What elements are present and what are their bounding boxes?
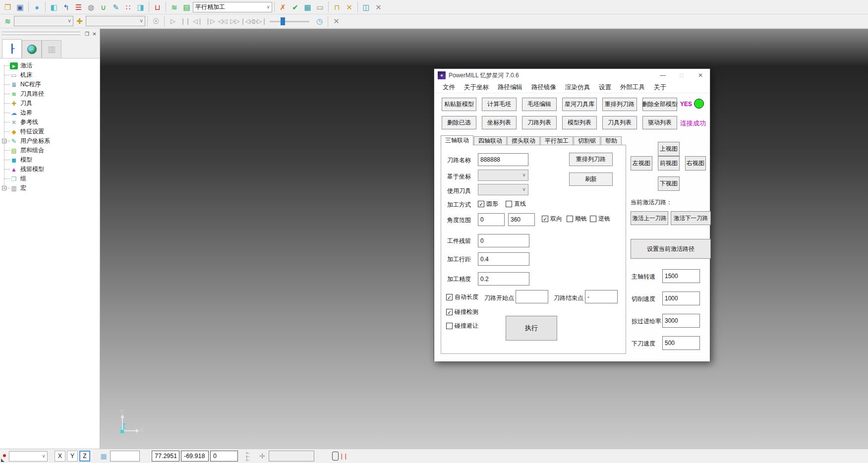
calc-block-button[interactable]: 计算毛坯 bbox=[482, 98, 517, 111]
step-forward-icon[interactable]: ❘▷ bbox=[204, 15, 216, 27]
menu-external-tools[interactable]: 外部工具 bbox=[616, 82, 649, 93]
menu-about-coords[interactable]: 关于坐标 bbox=[460, 82, 493, 93]
checkbox-box[interactable]: ✓ bbox=[542, 216, 548, 222]
panel-close-icon[interactable]: ✕ bbox=[91, 30, 98, 37]
web-tab[interactable] bbox=[22, 40, 42, 58]
bulb-icon[interactable]: ☉ bbox=[150, 15, 162, 27]
minimize-icon[interactable]: — bbox=[653, 69, 672, 82]
panel-grip[interactable] bbox=[1, 32, 80, 36]
menu-about[interactable]: 关于 bbox=[649, 82, 671, 93]
based-coord-combobox[interactable]: ˅ bbox=[478, 170, 528, 181]
block-edit-button[interactable]: 毛坯编辑 bbox=[522, 98, 557, 111]
tree-item-models[interactable]: ◼ 模型 bbox=[3, 155, 100, 165]
model-list-button[interactable]: 模型列表 bbox=[562, 116, 597, 129]
transform-icon[interactable]: ✕ bbox=[343, 1, 355, 13]
points-icon[interactable]: ∷ bbox=[122, 1, 134, 13]
plunge-rate-input[interactable] bbox=[662, 336, 700, 350]
checkbox-box[interactable] bbox=[567, 216, 573, 222]
close-icon[interactable]: ✕ bbox=[691, 69, 710, 82]
axis-z-button[interactable]: Z bbox=[79, 451, 90, 462]
tolerance-input[interactable] bbox=[478, 272, 529, 286]
ball-tool-icon[interactable]: ◍ bbox=[85, 1, 97, 13]
sim-toolpath-combobox[interactable]: ˅ bbox=[14, 16, 73, 26]
checkbox-box[interactable]: ✓ bbox=[478, 201, 484, 207]
close-toolbar-icon[interactable]: ✕ bbox=[330, 15, 343, 27]
coord-list-button[interactable]: 坐标列表 bbox=[482, 116, 517, 129]
axis-y-button[interactable]: Y bbox=[67, 451, 78, 462]
checkbox-box[interactable]: ✓ bbox=[446, 294, 453, 300]
circle-checkbox[interactable]: ✓ 圆形 bbox=[478, 200, 498, 208]
line-checkbox[interactable]: 直线 bbox=[506, 200, 526, 208]
boundary-u-icon[interactable]: ∪ bbox=[97, 1, 110, 13]
stock-models-icon[interactable]: ◫ bbox=[360, 1, 372, 13]
delete-selected-button[interactable]: 删除已选 bbox=[442, 116, 476, 129]
spindle-speed-input[interactable] bbox=[662, 269, 700, 283]
right-view-button[interactable]: 右视图 bbox=[685, 156, 706, 171]
panel-restore-icon[interactable]: ❐ bbox=[83, 30, 91, 37]
menu-settings[interactable]: 设置 bbox=[594, 82, 616, 93]
tab-3axis[interactable]: 三轴联动 bbox=[441, 135, 473, 145]
shaded-view-icon[interactable]: ● bbox=[31, 1, 43, 13]
slider-thumb[interactable] bbox=[281, 17, 285, 25]
coord-x-field[interactable] bbox=[152, 451, 179, 462]
tree-item-stock-models[interactable]: ▲ 残留模型 bbox=[3, 165, 100, 174]
left-view-button[interactable]: 左视图 bbox=[631, 156, 652, 171]
tree-item-toolpaths[interactable]: ≋ 刀具路径 bbox=[3, 89, 100, 99]
open-project-icon[interactable]: ❐ bbox=[1, 1, 14, 13]
climb-checkbox[interactable]: 顺铣 bbox=[567, 215, 587, 223]
save-project-icon[interactable]: ▣ bbox=[14, 1, 26, 13]
play-icon[interactable]: ▷ bbox=[167, 15, 179, 27]
coord-y-field[interactable] bbox=[181, 451, 209, 462]
tree-item-groups[interactable]: ❒ 组 bbox=[3, 174, 100, 183]
tool-library-button[interactable]: 星河刀具库 bbox=[562, 98, 597, 111]
maximize-icon[interactable]: □ bbox=[672, 69, 691, 82]
menu-path-edit[interactable]: 路径编辑 bbox=[493, 82, 527, 93]
use-tool-combobox[interactable]: ˅ bbox=[478, 184, 528, 195]
rearrange-button[interactable]: 重排列刀路 bbox=[569, 153, 613, 166]
ruler-icon[interactable]: ▭ bbox=[314, 1, 326, 13]
rewind-icon[interactable]: ◁◁ bbox=[216, 15, 229, 27]
angle-to-input[interactable] bbox=[508, 213, 535, 226]
top-view-button[interactable]: 上视图 bbox=[658, 142, 680, 156]
tab-4axis[interactable]: 四轴联动 bbox=[474, 136, 507, 145]
checkbox-box[interactable] bbox=[506, 201, 512, 207]
tree-item-macros[interactable]: + ▥ 宏 bbox=[3, 183, 100, 193]
bottom-view-button[interactable]: 下视图 bbox=[658, 176, 680, 191]
step-back-icon[interactable]: ◁❘ bbox=[191, 15, 204, 27]
angle-from-input[interactable] bbox=[478, 213, 505, 226]
menu-path-mirror[interactable]: 路径镜像 bbox=[527, 82, 561, 93]
tool-pair-icon[interactable]: ⊓ bbox=[331, 1, 343, 13]
tree-item-patterns[interactable]: ✕ 参考线 bbox=[3, 117, 100, 127]
delete-all-models-button[interactable]: 删除全部模型 bbox=[642, 98, 677, 111]
tree-item-nc-programs[interactable]: ≣ NC程序 bbox=[3, 80, 100, 89]
z-level-icon[interactable]: ☰ bbox=[72, 1, 85, 13]
start-point-input[interactable] bbox=[516, 290, 548, 303]
block-edit-icon[interactable]: ◨ bbox=[134, 1, 147, 13]
locate-icon[interactable]: ✛ bbox=[256, 451, 269, 462]
block-icon[interactable]: ◧ bbox=[48, 1, 60, 13]
refresh-button[interactable]: 刷新 bbox=[569, 173, 613, 186]
tool-holder-icon[interactable]: ⊔ bbox=[151, 1, 164, 13]
collision-tool-icon[interactable]: ✗ bbox=[277, 1, 289, 13]
cutting-speed-input[interactable] bbox=[662, 291, 700, 305]
menu-file[interactable]: 文件 bbox=[438, 82, 460, 93]
tab-tilt-head[interactable]: 摆头联动 bbox=[507, 136, 540, 145]
auto-length-checkbox[interactable]: ✓ 自动长度 bbox=[446, 293, 478, 301]
front-view-button[interactable]: 前视图 bbox=[658, 156, 680, 171]
prev-toolpath-button[interactable]: 激活上一刀路 bbox=[631, 211, 668, 225]
sim-tool-combobox[interactable]: ˅ bbox=[86, 16, 145, 26]
collision-check-checkbox[interactable]: ✓ 碰撞检测 bbox=[446, 308, 478, 316]
grid-size-input[interactable] bbox=[110, 451, 140, 462]
toolpath-name-input[interactable] bbox=[478, 153, 528, 166]
dialog-titlebar[interactable]: ★ PowerMILL 忆梦星河 7.0.6 — □ ✕ bbox=[434, 69, 710, 82]
stepover-input[interactable] bbox=[478, 252, 529, 266]
tab-parallel[interactable]: 平行加工 bbox=[540, 136, 573, 145]
tree-item-boundaries[interactable]: ☁ 边界 bbox=[3, 108, 100, 117]
axis-x-button[interactable]: X bbox=[55, 451, 65, 462]
rearrange-toolpaths-button[interactable]: 重排列刀路 bbox=[602, 98, 637, 111]
grid-icon[interactable]: ▦ bbox=[97, 451, 110, 462]
sim-speed-slider[interactable] bbox=[270, 17, 309, 26]
collision-avoid-checkbox[interactable]: 碰撞避让 bbox=[446, 322, 478, 330]
tool-list-button[interactable]: 刀具列表 bbox=[602, 116, 637, 129]
tree-item-levels[interactable]: ▤ 层和组合 bbox=[3, 146, 100, 155]
